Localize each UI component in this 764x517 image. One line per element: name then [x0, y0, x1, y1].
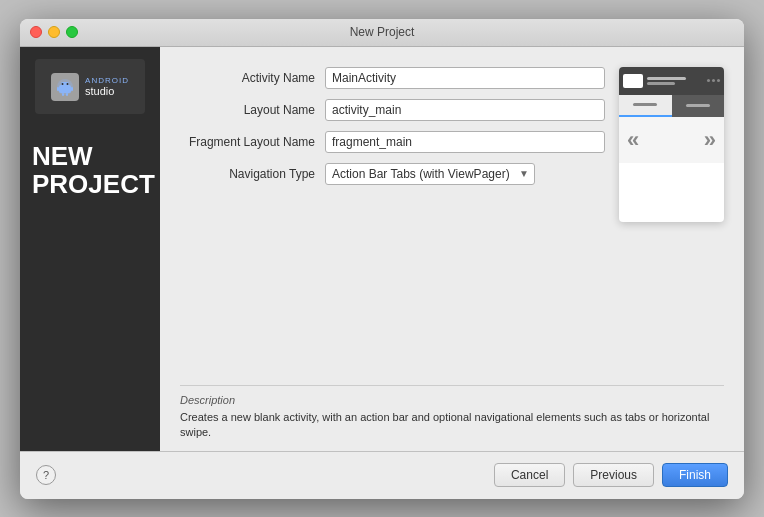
android-label: ANDROID	[85, 76, 129, 85]
preview-tab-squiggle-1	[633, 103, 657, 106]
project-title-area: NEW PROJECT	[20, 132, 160, 209]
main-content: Activity Name Layout Name Fragment Layou…	[160, 47, 744, 451]
preview-squiggle-line-1	[647, 77, 686, 80]
activity-name-input[interactable]	[325, 67, 605, 89]
navigation-type-select-wrapper: None Action Bar Tabs (with ViewPager) Sw…	[325, 163, 535, 185]
sidebar: ANDROID studio NEW PROJECT	[20, 47, 160, 451]
window-title: New Project	[350, 25, 415, 39]
logo-text: ANDROID studio	[85, 76, 129, 97]
previous-button[interactable]: Previous	[573, 463, 654, 487]
svg-rect-5	[62, 93, 64, 96]
studio-label: studio	[85, 85, 129, 97]
preview-body: « »	[619, 117, 724, 163]
preview-squiggle-line-2	[647, 82, 675, 85]
description-label: Description	[180, 394, 724, 406]
preview-chevron-left-icon: «	[627, 127, 639, 153]
activity-name-label: Activity Name	[180, 71, 325, 85]
help-button[interactable]: ?	[36, 465, 56, 485]
description-area: Description Creates a new blank activity…	[180, 385, 724, 441]
description-text: Creates a new blank activity, with an ac…	[180, 410, 724, 441]
window-body: ANDROID studio NEW PROJECT Activity Name	[20, 47, 744, 451]
preview-tab-2	[672, 95, 725, 117]
content-with-preview: Activity Name Layout Name Fragment Layou…	[180, 67, 724, 375]
preview-dot-1	[707, 79, 710, 82]
minimize-button[interactable]	[48, 26, 60, 38]
maximize-button[interactable]	[66, 26, 78, 38]
svg-point-4	[67, 83, 69, 85]
svg-rect-6	[66, 93, 68, 96]
navigation-type-label: Navigation Type	[180, 167, 325, 181]
preview-header	[619, 67, 724, 95]
cancel-button[interactable]: Cancel	[494, 463, 565, 487]
bottom-bar: ? Cancel Previous Finish	[20, 451, 744, 499]
title-bar: New Project	[20, 19, 744, 47]
fragment-layout-name-label: Fragment Layout Name	[180, 135, 325, 149]
preview-dots	[707, 79, 720, 82]
preview-card: « »	[619, 67, 724, 222]
bottom-left: ?	[36, 465, 56, 485]
preview-header-white-block	[623, 74, 643, 88]
logo-area: ANDROID studio	[30, 57, 150, 117]
layout-name-input[interactable]	[325, 99, 605, 121]
project-title-line2: PROJECT	[32, 170, 148, 199]
fragment-layout-name-input[interactable]	[325, 131, 605, 153]
project-title: NEW PROJECT	[32, 142, 148, 199]
preview-chevron-right-icon: »	[704, 127, 716, 153]
logo-background: ANDROID studio	[35, 59, 145, 114]
svg-point-3	[62, 83, 64, 85]
traffic-lights	[30, 26, 78, 38]
preview-squiggles	[647, 77, 703, 85]
close-button[interactable]	[30, 26, 42, 38]
preview-tabs	[619, 95, 724, 117]
svg-rect-7	[57, 87, 59, 91]
finish-button[interactable]: Finish	[662, 463, 728, 487]
layout-name-label: Layout Name	[180, 103, 325, 117]
bottom-right: Cancel Previous Finish	[494, 463, 728, 487]
android-icon	[51, 73, 79, 101]
preview-tab-squiggle-2	[686, 104, 710, 107]
preview-tab-1	[619, 95, 672, 117]
project-title-line1: NEW	[32, 142, 148, 171]
main-window: New Project	[20, 19, 744, 499]
preview-dot-2	[712, 79, 715, 82]
navigation-type-select[interactable]: None Action Bar Tabs (with ViewPager) Sw…	[325, 163, 535, 185]
preview-dot-3	[717, 79, 720, 82]
svg-rect-8	[71, 87, 73, 91]
